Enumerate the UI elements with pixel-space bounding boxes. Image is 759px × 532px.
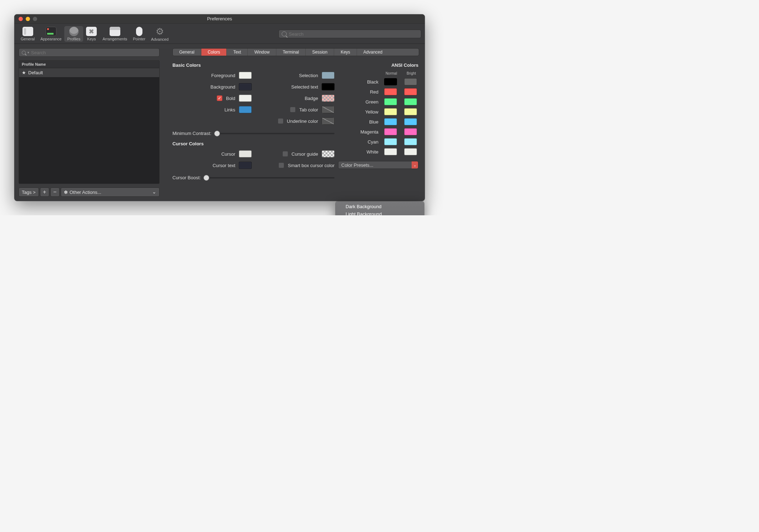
ansi-normal-swatch[interactable] <box>384 78 397 85</box>
profiles-search-input[interactable] <box>31 50 156 55</box>
ansi-bright-swatch[interactable] <box>404 128 417 135</box>
profiles-icon <box>69 27 79 36</box>
ansi-label: Yellow <box>353 109 378 115</box>
cursor-guide-checkbox[interactable]: ✓ <box>282 151 288 157</box>
underline-color-label: Underline color <box>287 119 318 124</box>
min-contrast-slider[interactable] <box>215 133 335 134</box>
gear-icon: ✽ <box>64 190 68 195</box>
ansi-label: Magenta <box>353 129 378 135</box>
links-swatch[interactable] <box>239 106 252 113</box>
foreground-swatch[interactable] <box>239 72 252 79</box>
toolbar-appearance[interactable]: Appearance <box>37 26 64 42</box>
tab-general[interactable]: General <box>173 49 201 56</box>
cursor-text-label: Cursor text <box>212 163 235 168</box>
ansi-label: Black <box>353 79 378 85</box>
tab-color-checkbox[interactable]: ✓ <box>290 107 296 112</box>
slider-thumb[interactable] <box>203 175 209 181</box>
color-presets-button[interactable]: Color Presets... ⌄ <box>338 161 418 169</box>
basic-colors-title: Basic Colors <box>172 62 335 68</box>
links-label: Links <box>225 107 235 112</box>
ansi-label: Cyan <box>353 139 378 145</box>
profiles-table: Profile Name ★ Default <box>19 60 160 184</box>
preset-item[interactable]: Light Background <box>336 210 424 215</box>
ansi-normal-swatch[interactable] <box>384 88 397 95</box>
ansi-normal-swatch[interactable] <box>384 118 397 125</box>
tab-color-swatch[interactable] <box>322 106 335 113</box>
search-icon <box>282 31 287 36</box>
cursor-swatch[interactable] <box>239 150 252 157</box>
add-profile-button[interactable]: + <box>40 187 49 197</box>
profile-name: Default <box>28 70 43 75</box>
ansi-label: Green <box>353 99 378 105</box>
ansi-normal-swatch[interactable] <box>384 108 397 115</box>
tab-terminal[interactable]: Terminal <box>276 49 306 56</box>
ansi-bright-swatch[interactable] <box>404 138 417 145</box>
advanced-gear-icon: ⚙ <box>154 26 166 36</box>
bold-checkbox[interactable]: ✓ <box>217 95 222 101</box>
bold-swatch[interactable] <box>239 95 252 102</box>
tags-button[interactable]: Tags > <box>19 187 39 197</box>
ansi-bright-header: Bright <box>404 71 418 75</box>
pointer-icon <box>136 27 142 36</box>
cursor-boost-slider[interactable] <box>204 177 335 179</box>
tab-session[interactable]: Session <box>306 49 334 56</box>
smart-box-checkbox[interactable]: ✓ <box>278 162 284 168</box>
ansi-bright-swatch[interactable] <box>404 78 417 85</box>
cursor-guide-swatch[interactable] <box>322 150 335 157</box>
profiles-search[interactable]: ▾ <box>19 48 160 57</box>
ansi-bright-swatch[interactable] <box>404 98 417 105</box>
window-title: Preferences <box>14 16 425 21</box>
ansi-bright-swatch[interactable] <box>404 108 417 115</box>
toolbar-profiles[interactable]: Profiles <box>64 26 83 42</box>
tab-advanced[interactable]: Advanced <box>357 49 389 56</box>
preset-item[interactable]: Dark Background <box>336 203 424 210</box>
remove-profile-button[interactable]: − <box>50 187 60 197</box>
zoom-icon[interactable] <box>33 17 37 21</box>
ansi-normal-swatch[interactable] <box>384 98 397 105</box>
selected-text-swatch[interactable] <box>322 83 335 90</box>
cursor-text-swatch[interactable] <box>239 162 252 169</box>
titlebar[interactable]: Preferences <box>14 14 425 24</box>
color-presets-dropdown: Dark BackgroundLight BackgroundPastel (D… <box>336 201 424 215</box>
badge-swatch[interactable] <box>322 95 335 102</box>
toolbar-pointer[interactable]: Pointer <box>130 26 148 42</box>
minimize-icon[interactable] <box>26 17 30 21</box>
cursor-guide-label: Cursor guide <box>292 151 318 157</box>
toolbar-search[interactable] <box>278 30 421 38</box>
tab-colors[interactable]: Colors <box>201 49 227 56</box>
underline-color-checkbox[interactable]: ✓ <box>278 118 283 124</box>
preferences-window: Preferences General Appearance Profiles … <box>14 14 425 201</box>
slider-thumb[interactable] <box>214 131 220 136</box>
tab-color-label: Tab color <box>299 107 318 112</box>
ansi-normal-swatch[interactable] <box>384 138 397 145</box>
selection-swatch[interactable] <box>322 72 335 79</box>
tab-window[interactable]: Window <box>248 49 276 56</box>
profile-row[interactable]: ★ Default <box>19 68 159 77</box>
tab-text[interactable]: Text <box>227 49 248 56</box>
underline-color-swatch[interactable] <box>322 117 335 125</box>
tab-keys[interactable]: Keys <box>334 49 357 56</box>
appearance-icon <box>46 27 56 36</box>
star-icon: ★ <box>22 70 26 75</box>
ansi-bright-swatch[interactable] <box>404 88 417 95</box>
smart-box-label: Smart box cursor color <box>288 163 335 168</box>
toolbar-general[interactable]: General <box>18 26 37 42</box>
ansi-bright-swatch[interactable] <box>404 148 417 155</box>
search-icon <box>22 51 26 55</box>
close-icon[interactable] <box>19 17 23 21</box>
other-actions-button[interactable]: ✽ Other Actions... <box>61 187 160 197</box>
ansi-normal-swatch[interactable] <box>384 128 397 135</box>
arrangements-icon <box>110 27 120 36</box>
toolbar-advanced[interactable]: ⚙ Advanced <box>148 26 171 42</box>
ansi-normal-swatch[interactable] <box>384 148 397 155</box>
selected-text-label: Selected text <box>291 84 318 90</box>
ansi-label: Blue <box>353 119 378 125</box>
toolbar-arrangements[interactable]: Arrangements <box>100 26 130 42</box>
selection-label: Selection <box>299 73 318 78</box>
keys-icon: ⌘ <box>86 27 97 36</box>
toolbar-search-input[interactable] <box>289 31 418 37</box>
toolbar-keys[interactable]: ⌘ Keys <box>83 26 100 42</box>
background-swatch[interactable] <box>239 83 252 90</box>
ansi-bright-swatch[interactable] <box>404 118 417 125</box>
cursor-label: Cursor <box>221 151 235 157</box>
